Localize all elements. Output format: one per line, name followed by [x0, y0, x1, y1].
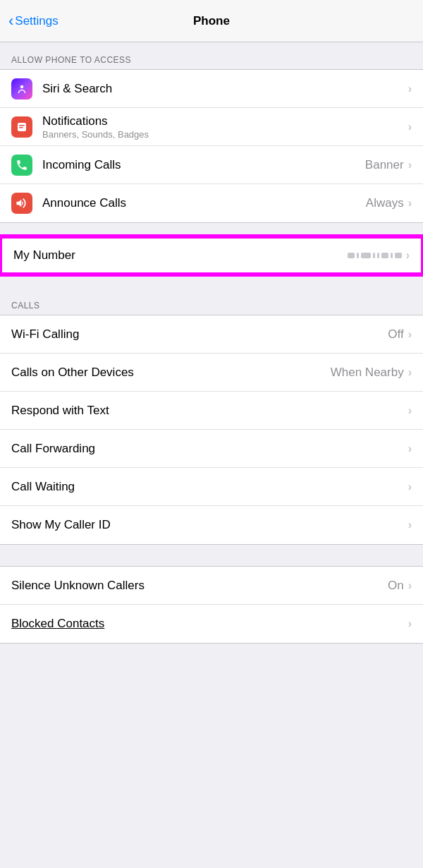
siri-search-text: Siri & Search — [42, 82, 408, 96]
announce-calls-row[interactable]: Announce Calls Always › — [0, 184, 423, 222]
call-forwarding-row[interactable]: Call Forwarding › — [0, 430, 423, 468]
allow-access-group: Siri & Search › Notifications Banners, S… — [0, 69, 423, 223]
incoming-calls-row[interactable]: Incoming Calls Banner › — [0, 146, 423, 184]
page-title: Phone — [193, 14, 230, 28]
notifications-chevron: › — [408, 121, 412, 133]
announce-calls-icon — [11, 193, 32, 214]
call-waiting-chevron: › — [408, 481, 412, 493]
call-forwarding-label: Call Forwarding — [11, 442, 408, 456]
my-number-chevron: › — [406, 249, 410, 262]
blocked-contacts-row[interactable]: Blocked Contacts › — [0, 605, 423, 643]
call-waiting-row[interactable]: Call Waiting › — [0, 468, 423, 506]
siri-search-label: Siri & Search — [42, 82, 408, 96]
show-caller-id-chevron: › — [408, 519, 412, 531]
announce-calls-label: Announce Calls — [42, 196, 366, 210]
section-header-allow: ALLOW PHONE TO ACCESS — [0, 42, 423, 69]
notifications-row[interactable]: Notifications Banners, Sounds, Badges › — [0, 108, 423, 146]
incoming-calls-label: Incoming Calls — [42, 158, 365, 172]
silence-unknown-text: Silence Unknown Callers — [11, 579, 388, 593]
my-number-text: My Number — [13, 248, 348, 263]
chevron-left-icon: ‹ — [8, 13, 13, 29]
wifi-calling-text: Wi-Fi Calling — [11, 327, 388, 342]
call-forwarding-text: Call Forwarding — [11, 442, 408, 456]
svg-rect-3 — [19, 127, 23, 128]
notifications-label: Notifications — [42, 114, 408, 128]
notifications-icon — [11, 116, 32, 138]
call-waiting-label: Call Waiting — [11, 480, 408, 494]
blocked-contacts-label: Blocked Contacts — [11, 617, 408, 631]
calls-group: Wi-Fi Calling Off › Calls on Other Devic… — [0, 315, 423, 545]
announce-calls-text: Announce Calls — [42, 196, 366, 210]
wifi-calling-row[interactable]: Wi-Fi Calling Off › — [0, 315, 423, 354]
back-label: Settings — [15, 14, 58, 28]
silence-unknown-value: On — [388, 579, 404, 593]
incoming-calls-text: Incoming Calls — [42, 158, 365, 172]
incoming-calls-icon — [11, 155, 32, 176]
incoming-calls-chevron: › — [408, 159, 412, 171]
section-header-calls: CALLS — [0, 288, 423, 315]
siri-search-row[interactable]: Siri & Search › — [0, 70, 423, 108]
notifications-text: Notifications Banners, Sounds, Badges — [42, 114, 408, 140]
respond-text-label: Respond with Text — [11, 404, 408, 418]
respond-text-row[interactable]: Respond with Text › — [0, 392, 423, 430]
blocked-contacts-chevron: › — [408, 617, 412, 630]
calls-other-devices-row[interactable]: Calls on Other Devices When Nearby › — [0, 354, 423, 392]
silence-unknown-row[interactable]: Silence Unknown Callers On › — [0, 567, 423, 605]
svg-rect-2 — [19, 125, 25, 126]
call-forwarding-chevron: › — [408, 442, 412, 455]
wifi-calling-value: Off — [388, 327, 403, 342]
wifi-calling-chevron: › — [408, 328, 412, 341]
siri-icon — [11, 78, 32, 100]
blocked-contacts-text: Blocked Contacts — [11, 617, 408, 631]
respond-text-text: Respond with Text — [11, 404, 408, 418]
svg-marker-4 — [17, 200, 22, 207]
back-button[interactable]: ‹ Settings — [8, 13, 59, 29]
siri-search-chevron: › — [408, 83, 412, 95]
my-number-value — [348, 253, 402, 258]
my-number-row[interactable]: My Number › — [0, 236, 423, 275]
wifi-calling-label: Wi-Fi Calling — [11, 327, 388, 342]
incoming-calls-value: Banner — [365, 158, 404, 172]
navigation-bar: ‹ Settings Phone — [0, 0, 423, 42]
calls-other-devices-chevron: › — [408, 366, 412, 379]
silence-unknown-label: Silence Unknown Callers — [11, 579, 388, 593]
call-waiting-text: Call Waiting — [11, 480, 408, 494]
silence-unknown-chevron: › — [408, 579, 412, 592]
bottom-group: Silence Unknown Callers On › Blocked Con… — [0, 566, 423, 644]
announce-calls-chevron: › — [408, 197, 412, 210]
my-number-label: My Number — [13, 248, 348, 263]
announce-calls-value: Always — [366, 196, 404, 210]
phone-number-redacted — [348, 253, 402, 258]
calls-other-devices-label: Calls on Other Devices — [11, 366, 331, 380]
notifications-sublabel: Banners, Sounds, Badges — [42, 129, 408, 140]
show-caller-id-label: Show My Caller ID — [11, 518, 408, 532]
svg-point-0 — [20, 85, 24, 88]
show-caller-id-text: Show My Caller ID — [11, 518, 408, 532]
calls-other-devices-value: When Nearby — [331, 366, 404, 380]
show-caller-id-row[interactable]: Show My Caller ID › — [0, 506, 423, 544]
respond-text-chevron: › — [408, 404, 412, 417]
calls-other-devices-text: Calls on Other Devices — [11, 366, 331, 380]
